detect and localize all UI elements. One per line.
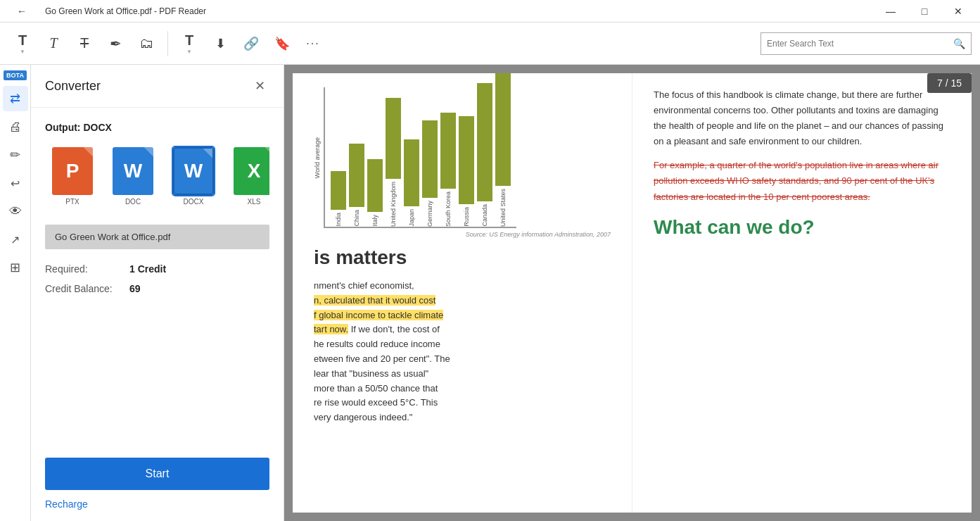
total-pages: 15 bbox=[950, 77, 962, 89]
section-title: is matters bbox=[314, 246, 611, 269]
required-label: Required: bbox=[45, 263, 129, 275]
required-row: Required: 1 Credit bbox=[45, 263, 269, 275]
text-tool-4-button[interactable]: T ▼ bbox=[175, 26, 203, 61]
body-text-area: is matters nment's chief economist, n, c… bbox=[314, 246, 611, 425]
chart-bar-italy: Italy bbox=[367, 159, 383, 227]
chart-bar-germany: Germany bbox=[422, 120, 438, 227]
pdf-right-column: The focus of this handbook is climate ch… bbox=[632, 73, 972, 513]
converter-body: Output: DOCX P PTX W DOC bbox=[31, 108, 284, 446]
balance-row: Credit Balance: 69 bbox=[45, 283, 269, 294]
xls-label: XLS bbox=[248, 198, 261, 206]
chart-bar-russia: Russia bbox=[459, 116, 474, 227]
main-area: BOTA ⇄ 🖨 ✏ ↩ 👁 ↗ ⊞ Converter ✕ Output: D… bbox=[0, 65, 980, 521]
search-icon: 🔍 bbox=[953, 38, 965, 49]
chart-y-label: World average bbox=[314, 137, 321, 178]
sidebar-left: BOTA ⇄ 🖨 ✏ ↩ 👁 ↗ ⊞ bbox=[0, 65, 31, 521]
filename-bar: Go Green Work at Office.pdf bbox=[45, 225, 269, 249]
sidebar-item-print[interactable]: 🖨 bbox=[3, 114, 28, 139]
back-button[interactable]: ← bbox=[6, 0, 38, 23]
current-page: 7 bbox=[937, 77, 943, 89]
chart-bar-canada: Canada bbox=[477, 83, 492, 227]
bookmark-tool-button[interactable]: 🔖 bbox=[268, 26, 296, 61]
sidebar-item-share[interactable]: ↩ bbox=[3, 170, 28, 196]
minimize-button[interactable]: — bbox=[874, 0, 907, 23]
text-tool-1-button[interactable]: T ▼ bbox=[8, 26, 37, 61]
search-box[interactable]: 🔍 bbox=[761, 32, 972, 55]
page-indicator: 7 / 15 bbox=[927, 73, 972, 93]
converter-actions: Start Recharge bbox=[31, 446, 284, 521]
pptx-icon: P bbox=[52, 147, 93, 195]
folder-tool-button[interactable]: 🗂 bbox=[132, 26, 160, 61]
close-button[interactable]: ✕ bbox=[942, 0, 974, 23]
title-bar: ← Go Green Work at Office.pdf - PDF Read… bbox=[0, 0, 980, 23]
sign-tool-button[interactable]: ✒ bbox=[101, 26, 129, 61]
window-title: Go Green Work at Office.pdf - PDF Reader bbox=[45, 6, 206, 16]
search-input[interactable] bbox=[767, 39, 953, 49]
balance-value: 69 bbox=[129, 283, 141, 294]
recharge-link[interactable]: Recharge bbox=[45, 498, 269, 510]
doc-icon: W bbox=[113, 147, 153, 195]
chart-bar-japan: Japan bbox=[404, 139, 419, 227]
xls-icon: X bbox=[234, 147, 269, 195]
chart-bar-uk: United Kingdom bbox=[386, 98, 401, 227]
stamp-tool-button[interactable]: ⬇ bbox=[206, 26, 234, 61]
converter-header: Converter ✕ bbox=[31, 65, 284, 108]
chart-bar-southkorea: South Korea bbox=[440, 113, 456, 227]
body-paragraph-1: nment's chief economist, n, calculated t… bbox=[314, 279, 611, 425]
more-tool-button[interactable]: ··· bbox=[299, 26, 327, 61]
green-heading: What can we do? bbox=[654, 216, 950, 239]
right-text-strikethrough: For example, a quarter of the world's po… bbox=[654, 158, 950, 204]
bar-germany bbox=[422, 120, 438, 198]
pdf-left-column: World average India China bbox=[293, 73, 632, 513]
bota-badge: BOTA bbox=[4, 70, 27, 80]
sidebar-item-expand[interactable]: ↗ bbox=[3, 227, 28, 252]
format-xls[interactable]: X XLS bbox=[227, 144, 269, 208]
window-controls: — □ ✕ bbox=[874, 0, 974, 23]
balance-label: Credit Balance: bbox=[45, 283, 129, 294]
format-docx[interactable]: W DOCX bbox=[166, 144, 221, 208]
start-button[interactable]: Start bbox=[45, 458, 269, 490]
docx-label: DOCX bbox=[184, 198, 204, 206]
sidebar-item-grid[interactable]: ⊞ bbox=[3, 255, 28, 280]
chart-area: World average India China bbox=[314, 87, 611, 238]
output-value: DOCX bbox=[83, 122, 111, 133]
toolbar: T ▼ T T ✒ 🗂 T ▼ ⬇ 🔗 🔖 ··· 🔍 bbox=[0, 23, 980, 65]
pptx-label: PTX bbox=[65, 198, 79, 206]
chart-bars: India China Italy bbox=[324, 87, 516, 228]
title-bar-left: ← Go Green Work at Office.pdf - PDF Read… bbox=[6, 0, 206, 23]
chart-bar-us: United States bbox=[495, 73, 511, 227]
right-text-main: The focus of this handbook is climate ch… bbox=[654, 87, 950, 149]
sidebar-item-convert[interactable]: ⇄ bbox=[3, 86, 28, 111]
format-pptx[interactable]: P PTX bbox=[45, 144, 100, 208]
chart-bar-china: China bbox=[349, 144, 364, 227]
bar-southkorea bbox=[440, 113, 456, 189]
converter-title: Converter bbox=[45, 79, 101, 94]
link-tool-button[interactable]: 🔗 bbox=[237, 26, 265, 61]
sidebar-item-edit[interactable]: ✏ bbox=[3, 142, 28, 168]
output-label: Output: DOCX bbox=[45, 122, 269, 133]
doc-label: DOC bbox=[125, 198, 141, 206]
pdf-area: 7 / 15 World average India bbox=[284, 65, 980, 521]
bar-india bbox=[331, 171, 346, 210]
bar-us bbox=[495, 73, 511, 186]
format-doc[interactable]: W DOC bbox=[106, 144, 160, 208]
pdf-content: World average India China bbox=[293, 73, 972, 513]
toolbar-divider bbox=[167, 31, 168, 56]
docx-icon: W bbox=[173, 147, 214, 195]
bar-canada bbox=[477, 83, 492, 201]
bar-russia bbox=[459, 116, 474, 204]
chart-source: Source: US Energy information Adminstrat… bbox=[314, 231, 611, 238]
maximize-button[interactable]: □ bbox=[908, 0, 941, 23]
chart-bar-india: India bbox=[331, 171, 346, 227]
required-value: 1 Credit bbox=[129, 263, 166, 275]
bar-china bbox=[349, 144, 364, 207]
text-tool-3-button[interactable]: T bbox=[70, 26, 98, 61]
bar-uk bbox=[386, 98, 401, 179]
converter-panel: Converter ✕ Output: DOCX P PTX W bbox=[31, 65, 284, 521]
sidebar-item-view[interactable]: 👁 bbox=[3, 199, 28, 224]
bar-italy bbox=[367, 159, 383, 212]
format-icons-row: P PTX W DOC W DOCX bbox=[45, 144, 269, 208]
bar-japan bbox=[404, 139, 419, 206]
converter-close-button[interactable]: ✕ bbox=[250, 76, 269, 96]
text-tool-2-button[interactable]: T bbox=[39, 26, 68, 61]
